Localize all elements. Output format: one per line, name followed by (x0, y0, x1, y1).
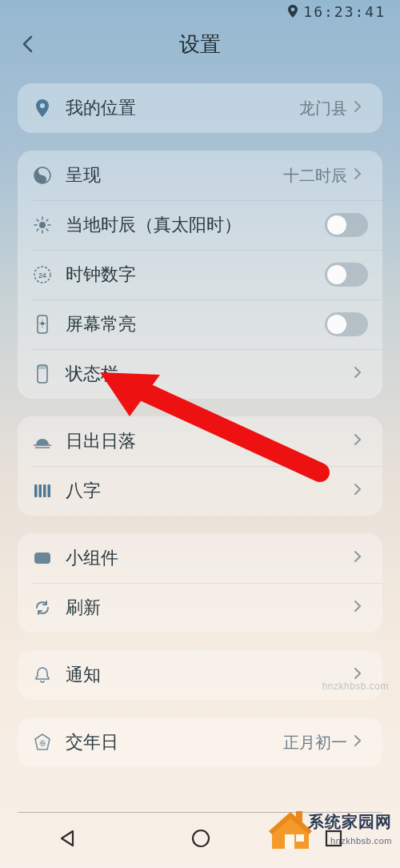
row-my-location[interactable]: 我的位置 龙门县 (18, 83, 382, 133)
chevron-right-icon (354, 167, 368, 183)
status-bar-label: 状态栏 (66, 362, 354, 386)
svg-line-9 (46, 229, 48, 231)
card-widget: 小组件 刷新 (18, 533, 382, 633)
refresh-label: 刷新 (66, 596, 354, 620)
status-time: 16:23:41 (303, 3, 386, 20)
row-notification[interactable]: 通知 (18, 650, 382, 700)
svg-point-3 (39, 222, 46, 228)
cross-year-label: 交年日 (66, 730, 283, 754)
spring-icon: 春 (32, 732, 53, 753)
widget-icon (32, 548, 53, 569)
svg-line-10 (46, 219, 48, 221)
row-refresh[interactable]: 刷新 (18, 583, 382, 633)
status-bar: 16:23:41 (0, 0, 400, 22)
watermark: hnzkhbsb.com (322, 681, 389, 692)
brand-badge: 系统家园网 hnzkhbsb.com (256, 796, 400, 868)
card-display: 呈现 十二时辰 当地时辰（真太阳时） 24 时钟数字 屏幕常亮 (18, 151, 382, 399)
svg-rect-24 (34, 484, 38, 497)
svg-point-30 (193, 830, 209, 846)
svg-rect-33 (296, 834, 304, 842)
bell-icon (32, 665, 53, 685)
chevron-left-icon (22, 35, 33, 53)
chevron-right-icon (354, 550, 368, 566)
svg-rect-27 (48, 484, 51, 497)
card-sunrise: 日出日落 八字 (18, 416, 382, 516)
svg-rect-28 (34, 553, 50, 564)
clock-digits-label: 时钟数字 (66, 263, 325, 287)
sun-icon (32, 215, 53, 235)
house-logo-icon (269, 810, 312, 850)
row-clock-digits[interactable]: 24 时钟数字 (18, 250, 382, 299)
chevron-right-icon (354, 483, 368, 499)
header: 设置 (0, 22, 400, 66)
location-icon (32, 98, 53, 119)
back-button[interactable] (18, 34, 37, 54)
svg-point-2 (42, 179, 44, 181)
brand-text-en: hnzkhbsb.com (330, 836, 392, 846)
keep-screen-on-toggle[interactable] (325, 312, 368, 336)
row-status-bar[interactable]: 状态栏 (18, 349, 382, 399)
card-notification: 通知 (18, 650, 382, 700)
chevron-right-icon (354, 433, 368, 449)
yinyang-icon (32, 165, 53, 186)
svg-rect-32 (285, 834, 294, 849)
phone-top-icon (32, 364, 53, 384)
chevron-right-icon (354, 600, 368, 616)
svg-point-1 (42, 171, 44, 173)
refresh-icon (32, 597, 53, 618)
sunrise-icon (32, 431, 53, 452)
nav-back-button[interactable] (57, 828, 78, 852)
bazi-label: 八字 (66, 479, 354, 503)
local-time-label: 当地时辰（真太阳时） (66, 213, 325, 237)
row-cross-year[interactable]: 春 交年日 正月初一 (18, 717, 382, 767)
my-location-label: 我的位置 (66, 96, 299, 120)
widget-label: 小组件 (66, 546, 354, 570)
svg-line-8 (37, 219, 38, 221)
svg-point-15 (41, 322, 44, 325)
card-cross-year: 春 交年日 正月初一 (18, 717, 382, 767)
chevron-right-icon (354, 366, 368, 382)
row-sunrise-sunset[interactable]: 日出日落 (18, 416, 382, 466)
presentation-value: 十二时辰 (283, 165, 347, 187)
row-keep-screen-on[interactable]: 屏幕常亮 (18, 299, 382, 349)
cross-year-value: 正月初一 (283, 732, 347, 753)
clock-24-icon: 24 (32, 264, 53, 285)
svg-text:24: 24 (38, 271, 46, 279)
card-location: 我的位置 龙门县 (18, 83, 382, 133)
location-pin-icon (287, 5, 298, 18)
sunrise-sunset-label: 日出日落 (66, 429, 354, 453)
row-presentation[interactable]: 呈现 十二时辰 (18, 151, 382, 200)
my-location-value: 龙门县 (299, 98, 347, 119)
presentation-label: 呈现 (66, 163, 283, 187)
page-title: 设置 (179, 30, 221, 58)
phone-bright-icon (32, 314, 53, 335)
row-local-time[interactable]: 当地时辰（真太阳时） (18, 200, 382, 250)
row-widget[interactable]: 小组件 (18, 533, 382, 583)
bars-icon (32, 480, 53, 501)
svg-rect-25 (39, 484, 42, 497)
svg-rect-21 (38, 365, 47, 369)
local-time-toggle[interactable] (325, 213, 368, 237)
chevron-right-icon (354, 100, 368, 116)
nav-home-button[interactable] (190, 828, 211, 852)
svg-text:春: 春 (39, 739, 46, 747)
brand-text-cn: 系统家园网 (308, 811, 392, 833)
keep-screen-on-label: 屏幕常亮 (66, 312, 325, 336)
svg-rect-26 (43, 484, 46, 497)
chevron-right-icon (354, 734, 368, 750)
row-bazi[interactable]: 八字 (18, 466, 382, 516)
notification-label: 通知 (66, 663, 354, 687)
clock-digits-toggle[interactable] (325, 263, 368, 287)
svg-line-11 (37, 229, 38, 231)
